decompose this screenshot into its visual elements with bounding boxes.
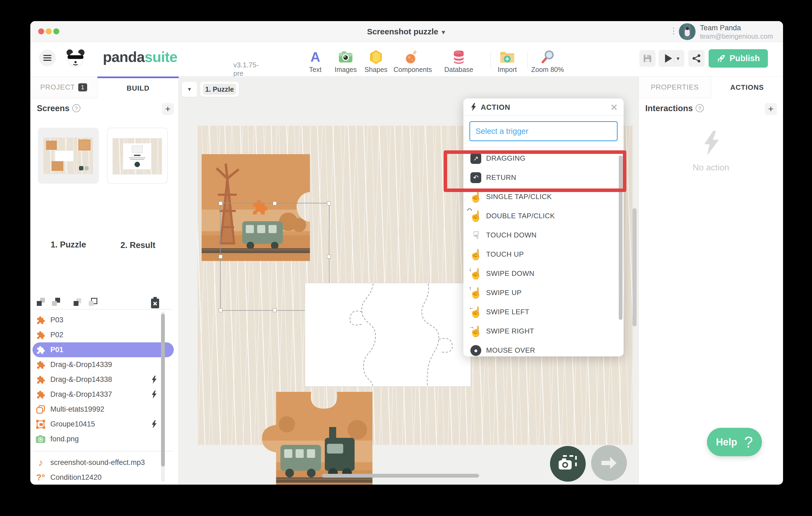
play-icon [665, 54, 672, 63]
puzzle-piece-train[interactable] [262, 392, 372, 485]
database-icon [441, 50, 476, 64]
tab-project[interactable]: PROJECT 1 [30, 77, 97, 98]
screen-preview [113, 139, 162, 174]
tab-build[interactable]: BUILD [97, 77, 179, 98]
multistate-icon [36, 404, 46, 414]
trigger-touch-up[interactable]: ☝ TOUCH UP [463, 245, 624, 264]
question-mark-icon: ? [744, 433, 753, 451]
trigger-swipe-left[interactable]: ☝← SWIPE LEFT [463, 302, 624, 322]
project-badge: 1 [78, 83, 87, 91]
tool-import[interactable]: Import [490, 50, 525, 73]
hexagon-icon [358, 50, 394, 64]
interactions-heading: Interactions? [645, 103, 704, 113]
layer-row[interactable]: ♪ screenshot-sound-effect.mp3 [32, 455, 174, 470]
sidebar-scrollbar-thumb[interactable] [161, 314, 165, 466]
resize-handle[interactable] [219, 202, 223, 205]
layer-row[interactable]: Drag-&-Drop14337 [32, 387, 174, 402]
tab-properties[interactable]: PROPERTIES [639, 77, 711, 98]
resize-handle[interactable] [327, 255, 331, 259]
trigger-swipe-right[interactable]: ☝→ SWIPE RIGHT [463, 322, 624, 341]
bring-forward-icon[interactable] [51, 297, 62, 307]
tool-shapes[interactable]: Shapes [358, 50, 394, 73]
trigger-double-tap[interactable]: ☝◠ DOUBLE TAP/CLICK [463, 206, 624, 225]
screen-selector-dropdown[interactable]: ▾ [182, 82, 197, 97]
condition-icon: ?° [36, 473, 46, 483]
delete-layer-icon[interactable] [149, 297, 161, 309]
help-button[interactable]: Help ? [707, 428, 762, 456]
next-arrow-button[interactable] [591, 445, 627, 481]
annotation-highlight-rectangle [444, 150, 626, 192]
resize-handle[interactable] [219, 308, 223, 312]
share-button[interactable] [688, 50, 704, 67]
trigger-swipe-down[interactable]: ☝↓ SWIPE DOWN [463, 264, 624, 283]
trigger-select-input[interactable]: Select a trigger [469, 121, 618, 141]
resize-handle[interactable] [219, 255, 223, 259]
rocket-icon [717, 54, 726, 63]
puzzle-target-area[interactable] [305, 283, 471, 387]
bring-to-front-icon[interactable] [36, 297, 47, 307]
layer-row[interactable]: P02 [32, 328, 174, 342]
layer-row[interactable]: Drag-&-Drop14339 [32, 357, 174, 372]
play-options-caret-icon[interactable]: ▾ [677, 55, 679, 62]
tool-zoom[interactable]: Zoom 80% [530, 50, 565, 73]
screen-thumb-puzzle[interactable]: 1. Puzzle [38, 128, 99, 184]
add-screen-button[interactable]: + [162, 103, 174, 115]
puzzle-icon [36, 375, 46, 385]
brand-wordmark: pandasuitev3.1.75-pre [103, 49, 177, 65]
help-circle-icon[interactable]: ? [696, 104, 704, 112]
save-button[interactable] [639, 50, 656, 67]
tap-icon: ☝ [470, 191, 482, 203]
add-interaction-button[interactable]: + [765, 103, 777, 115]
left-sidebar: PROJECT 1 BUILD Screens? + 1. Puzzle [30, 77, 179, 485]
screenshot-button[interactable] [550, 446, 586, 482]
tool-database[interactable]: Database [441, 50, 476, 73]
send-backward-icon[interactable] [72, 297, 83, 307]
arrow-right-icon [600, 456, 618, 470]
no-action-empty-state: No action [639, 131, 783, 173]
trigger-mouse-over[interactable]: ● MOUSE OVER [463, 341, 624, 357]
double-tap-icon: ☝◠ [470, 210, 482, 222]
resize-handle[interactable] [273, 202, 277, 205]
flask-icon [394, 50, 429, 64]
menu-button[interactable] [39, 50, 56, 66]
layer-row[interactable]: ?° Condition12420 [32, 470, 174, 485]
avatar[interactable] [679, 23, 696, 40]
layer-row[interactable]: Drag-&-Drop14338 [32, 372, 174, 387]
overflow-menu-icon[interactable]: ⋮ [670, 26, 678, 35]
tab-actions[interactable]: ACTIONS [711, 77, 783, 98]
layers-toolbar [30, 296, 179, 309]
send-to-back-icon[interactable] [88, 297, 98, 307]
tool-images[interactable]: Images [328, 50, 363, 73]
layer-row[interactable]: fond.png [32, 432, 174, 447]
layer-row[interactable]: P03 [32, 313, 174, 328]
resize-handle[interactable] [327, 202, 331, 205]
puzzle-icon [36, 315, 46, 325]
publish-button[interactable]: Publish [708, 49, 768, 68]
account-name: Team Panda [700, 24, 741, 32]
layer-row[interactable]: Groupe10415 [32, 417, 174, 432]
main-toolbar: pandasuitev3.1.75-pre A Text Images [30, 42, 783, 77]
swipe-down-icon: ☝↓ [470, 268, 482, 280]
action-bolt-icon [151, 376, 157, 384]
divider [34, 451, 172, 451]
trigger-swipe-up[interactable]: ☝↑ SWIPE UP [463, 283, 624, 302]
trigger-touch-down[interactable]: ☟ TOUCH DOWN [463, 225, 624, 245]
horizontal-scrollbar[interactable] [322, 474, 479, 478]
swipe-left-icon: ☝← [470, 306, 482, 318]
vertical-scrollbar[interactable] [633, 208, 637, 327]
puzzle-icon [36, 390, 46, 399]
resize-handle[interactable] [273, 308, 277, 312]
help-circle-icon[interactable]: ? [72, 104, 80, 112]
touch-down-icon: ☟ [470, 229, 482, 241]
screen-thumb-result[interactable]: 2. Result [107, 128, 168, 184]
close-icon[interactable]: ✕ [610, 102, 618, 113]
share-icon [692, 54, 701, 63]
tool-text[interactable]: A Text [298, 50, 333, 73]
preview-play-button[interactable]: ▾ [659, 50, 684, 67]
screen-tab-chip[interactable]: 1. Puzzle [203, 84, 236, 95]
layer-row[interactable]: Multi-etats19992 [32, 402, 174, 417]
tool-components[interactable]: Components [394, 50, 429, 73]
layer-row-selected[interactable]: P01 [32, 342, 174, 357]
no-action-label: No action [639, 162, 783, 173]
swipe-up-icon: ☝↑ [470, 287, 482, 299]
